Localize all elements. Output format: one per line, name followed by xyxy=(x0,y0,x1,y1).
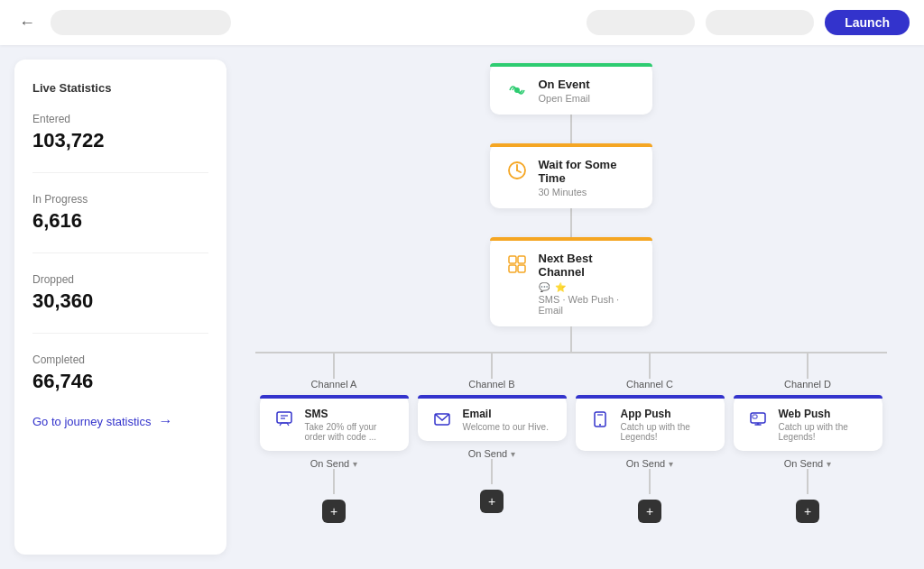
channel-b-label: Channel B xyxy=(468,379,514,390)
branch-section: Channel A xyxy=(236,326,906,523)
connector-1 xyxy=(570,115,572,143)
nbc-icon-sms: 💬 xyxy=(539,282,550,292)
stat-entered-label: Entered xyxy=(32,113,208,125)
stat-entered-value: 103,722 xyxy=(32,129,208,152)
node-nbc[interactable]: Next Best Channel 💬 ⭐ SMS · Web Push · E… xyxy=(490,237,652,326)
wait-sub: 30 Minutes xyxy=(539,187,638,197)
topbar-pill2 xyxy=(706,10,814,35)
branch-channel-c: Channel C xyxy=(571,353,729,523)
svg-point-13 xyxy=(599,424,601,426)
on-event-name: On Event xyxy=(539,78,590,91)
main-layout: Live Statistics Entered 103,722 In Progr… xyxy=(0,45,924,569)
on-event-icon xyxy=(504,78,530,103)
vert-d xyxy=(807,353,808,379)
sidebar-title: Live Statistics xyxy=(32,81,208,95)
channel-a-label: Channel A xyxy=(311,379,357,390)
journey-link[interactable]: Go to journey statistics → xyxy=(32,413,208,429)
web-push-name: Web Push xyxy=(779,408,870,420)
stat-entered: Entered 103,722 xyxy=(32,113,208,152)
node-wait[interactable]: Wait for Some Time 30 Minutes xyxy=(490,143,652,208)
vert-b2 xyxy=(491,459,493,484)
nbc-icon-push: ⭐ xyxy=(555,282,566,292)
branch-channel-d: Channel D xyxy=(729,353,887,523)
stat-dropped-value: 30,360 xyxy=(32,289,208,313)
stat-in-progress: In Progress 6,616 xyxy=(32,193,208,233)
wait-icon xyxy=(504,158,530,183)
sms-icon xyxy=(273,408,296,431)
on-send-caret-a: ▾ xyxy=(353,459,357,469)
stat-completed: Completed 66,746 xyxy=(32,353,208,393)
svg-rect-5 xyxy=(518,256,525,263)
svg-rect-7 xyxy=(518,265,525,272)
on-send-caret-d: ▾ xyxy=(827,459,831,469)
stat-dropped: Dropped 30,360 xyxy=(32,273,208,313)
back-button[interactable]: ← xyxy=(14,10,40,35)
topbar: ← Launch xyxy=(0,0,924,45)
stat-completed-value: 66,746 xyxy=(32,370,208,393)
channel-d-label: Channel D xyxy=(784,379,831,390)
channel-c-label: Channel C xyxy=(626,379,673,390)
stat-in-progress-value: 6,616 xyxy=(32,209,208,233)
vert-a2 xyxy=(333,469,335,494)
vert-line-from-nbc xyxy=(570,326,572,352)
on-send-c[interactable]: On Send ▾ xyxy=(626,458,673,469)
channel-card-app-push[interactable]: App Push Catch up with the Legends! xyxy=(576,395,725,451)
plus-btn-d[interactable]: + xyxy=(796,500,819,523)
branch-channel-a: Channel A xyxy=(255,353,413,523)
vert-b xyxy=(491,353,493,379)
stat-in-progress-label: In Progress xyxy=(32,193,208,206)
sidebar: Live Statistics Entered 103,722 In Progr… xyxy=(14,60,226,555)
nbc-sub: SMS · Web Push · Email xyxy=(539,294,638,316)
nbc-name: Next Best Channel xyxy=(539,252,638,279)
stat-completed-label: Completed xyxy=(32,353,208,366)
app-push-sub: Catch up with the Legends! xyxy=(621,422,712,442)
journey-link-arrow: → xyxy=(159,413,173,429)
flow-container: On Event Open Email xyxy=(236,63,906,523)
journey-link-text: Go to journey statistics xyxy=(32,415,152,428)
connector-2 xyxy=(570,208,572,237)
channel-card-web-push[interactable]: Web Push Catch up with the Legends! xyxy=(734,395,882,451)
topbar-pill1 xyxy=(587,10,695,35)
plus-btn-c[interactable]: + xyxy=(638,500,661,523)
email-icon xyxy=(430,408,454,431)
on-send-caret-c: ▾ xyxy=(669,459,673,469)
svg-rect-8 xyxy=(277,412,291,423)
channel-card-header-c xyxy=(576,395,725,399)
on-send-caret-b: ▾ xyxy=(511,449,515,459)
app-push-name: App Push xyxy=(621,408,712,420)
email-name: Email xyxy=(463,408,549,420)
svg-line-3 xyxy=(517,170,521,172)
branches-wrapper: Channel A xyxy=(255,353,887,523)
stat-dropped-label: Dropped xyxy=(32,273,208,286)
sms-name: SMS xyxy=(305,408,396,420)
plus-btn-a[interactable]: + xyxy=(322,500,346,523)
svg-rect-18 xyxy=(753,415,757,418)
on-send-b[interactable]: On Send ▾ xyxy=(468,448,515,459)
node-on-event[interactable]: On Event Open Email xyxy=(490,63,652,115)
vert-c xyxy=(649,353,651,379)
svg-rect-4 xyxy=(509,256,516,263)
sms-sub: Take 20% off your order with code ... xyxy=(305,422,396,442)
svg-rect-6 xyxy=(509,265,516,272)
web-push-sub: Catch up with the Legends! xyxy=(779,422,870,442)
on-event-sub: Open Email xyxy=(539,93,590,104)
web-push-icon xyxy=(746,408,770,431)
app-push-icon xyxy=(588,408,612,431)
vert-a xyxy=(333,353,335,379)
channel-card-email[interactable]: Email Welcome to our Hive. xyxy=(418,395,567,441)
channel-card-sms[interactable]: SMS Take 20% off your order with code ..… xyxy=(260,395,409,451)
vert-c2 xyxy=(649,469,651,494)
nbc-icons-row: 💬 ⭐ xyxy=(539,282,638,292)
plus-btn-b[interactable]: + xyxy=(480,490,504,513)
wait-name: Wait for Some Time xyxy=(539,158,638,185)
launch-button[interactable]: Launch xyxy=(825,10,910,35)
topbar-title xyxy=(51,10,231,35)
on-send-d[interactable]: On Send ▾ xyxy=(784,458,831,469)
channel-card-header-d xyxy=(734,395,882,399)
canvas: On Event Open Email xyxy=(226,45,924,569)
vert-d2 xyxy=(807,469,808,494)
on-send-a[interactable]: On Send ▾ xyxy=(310,458,357,469)
branch-channel-b: Channel B xyxy=(413,353,571,523)
channel-card-header-a xyxy=(260,395,409,399)
nbc-icon xyxy=(504,252,530,277)
